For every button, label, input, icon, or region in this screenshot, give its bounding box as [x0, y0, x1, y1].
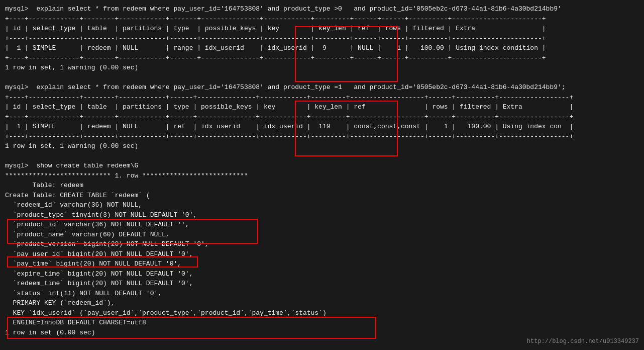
table2-sep1: +----+-------------+--------+-----------… — [5, 93, 639, 103]
show-create-cmd: mysql> show create table redeem\G — [5, 161, 639, 171]
engine-line: ENGINE=InnoDB DEFAULT CHARSET=utf8 — [5, 318, 639, 328]
sql-line-1: mysql> explain select * from redeem wher… — [5, 4, 639, 14]
col-redeem-time: `redeem_time` bigint(20) NOT NULL DEFAUL… — [5, 279, 639, 289]
table1-sep1: +----+-------------+--------+-----------… — [5, 14, 639, 24]
col-pay-time: `pay_time` bigint(20) NOT NULL DEFAULT '… — [5, 259, 639, 269]
blank1 — [5, 73, 639, 83]
table1-result: 1 row in set, 1 warning (0.00 sec) — [5, 63, 639, 73]
col-pay-user-id: `pay_user_id` bigint(20) NOT NULL DEFAUL… — [5, 249, 639, 259]
table2-row1: | 1 | SIMPLE | redeem | NULL | ref | idx… — [5, 122, 639, 132]
final-result: 1 row in set (0.00 sec) — [5, 328, 639, 338]
watermark: http://blog.csdn.net/u013349237 — [527, 338, 639, 345]
create-table-label: Create Table: CREATE TABLE `redeem` ( — [5, 191, 639, 201]
col-product-version: `product_version` bigint(20) NOT NULL DE… — [5, 239, 639, 249]
sql-line-2: mysql> explain select * from redeem wher… — [5, 82, 639, 93]
col-product-name: `product_name` varchar(60) DEFAULT NULL, — [5, 230, 639, 240]
table2-sep3: +----+-------------+--------+-----------… — [5, 132, 639, 142]
blank2 — [5, 151, 639, 161]
col-product-id: `product_id` varchar(36) NOT NULL DEFAUL… — [5, 220, 639, 230]
table1-row1: | 1 | SIMPLE | redeem | NULL | range | i… — [5, 43, 639, 53]
row-separator: *************************** 1. row *****… — [5, 171, 639, 181]
table1-sep2: +----+-------------+--------+-----------… — [5, 34, 639, 44]
table2-header: | id | select_type | table | partitions … — [5, 102, 639, 112]
key-idx-userid: KEY `idx_userid` (`pay_user_id`,`product… — [5, 308, 639, 318]
col-expire-time: `expire_time` bigint(20) NOT NULL DEFAUL… — [5, 269, 639, 279]
col-status: `status` int(11) NOT NULL DEFAULT '0', — [5, 289, 639, 299]
table-label: Table: redeem — [5, 181, 639, 191]
col-product-type: `product_type` tinyint(3) NOT NULL DEFAU… — [5, 210, 639, 220]
table1-sep3: +----+-------------+--------+-----------… — [5, 53, 639, 63]
table2-result: 1 row in set, 1 warning (0.00 sec) — [5, 141, 639, 151]
table1-header: | id | select_type | table | partitions … — [5, 24, 639, 34]
terminal: mysql> explain select * from redeem wher… — [0, 0, 644, 350]
table2-sep2: +----+-------------+--------+-----------… — [5, 112, 639, 122]
col-redeem-id: `redeem_id` varchar(36) NOT NULL, — [5, 200, 639, 210]
primary-key: PRIMARY KEY (`redeem_id`), — [5, 298, 639, 308]
